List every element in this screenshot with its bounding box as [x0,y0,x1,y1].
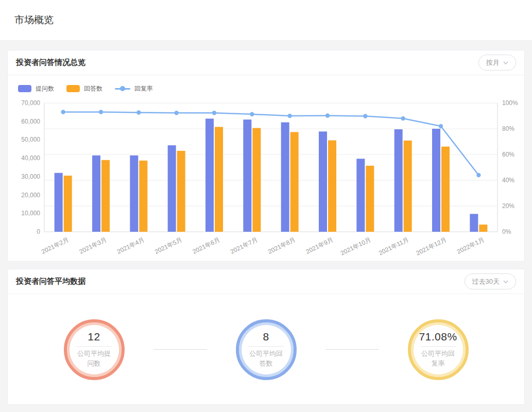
avg-questions-value: 12 [88,331,100,343]
avg-answers-label: 公司平均回答数 [249,349,284,369]
svg-text:50,000: 50,000 [21,136,40,143]
qa-overview-card-header: 投资者问答情况总览 按月 [8,50,524,75]
average-stats-row: 12 公司平均提问数 8 公司平均回答数 71.08% 公司平均回复率 [8,294,524,405]
avg-questions-circle: 12 公司平均提问数 [64,319,125,380]
svg-text:2021年6月: 2021年6月 [192,236,221,255]
qa-overview-card: 投资者问答情况总览 按月 提问数 回答数 回复率 010,00020,00030… [7,50,525,262]
svg-text:2021年11月: 2021年11月 [377,236,410,256]
qa-average-card-title: 投资者问答平均数据 [16,277,85,286]
legend-label: 提问数 [36,84,54,93]
svg-text:2021年9月: 2021年9月 [305,236,335,255]
connector-line [325,349,379,350]
svg-text:2021年5月: 2021年5月 [153,236,183,255]
page-title: 市场概览 [14,13,532,27]
legend-label: 回答数 [84,84,102,93]
svg-text:80%: 80% [502,125,514,132]
svg-text:2021年12月: 2021年12月 [415,236,448,257]
range-dropdown[interactable]: 过去30天 [465,273,516,289]
svg-text:2021年4月: 2021年4月 [116,236,146,255]
period-dropdown-value: 按月 [486,58,500,67]
avg-reply-rate-label: 公司平均回复率 [421,349,456,369]
reply-rate-line-icon [115,85,130,92]
avg-answers-circle: 8 公司平均回答数 [236,319,297,380]
svg-text:2021年8月: 2021年8月 [267,236,297,255]
avg-reply-rate-value: 71.08% [419,331,457,343]
svg-text:2022年1月: 2022年1月 [456,236,486,255]
svg-text:2021年3月: 2021年3月 [78,236,108,255]
svg-text:0: 0 [37,228,40,235]
divider [420,346,456,347]
divider [76,346,112,347]
divider [248,346,284,347]
questions-swatch-icon [18,85,31,92]
avg-answers-stat: 8 公司平均回答数 [236,319,297,380]
legend-item-questions[interactable]: 提问数 [18,84,54,93]
chevron-down-icon [503,60,508,65]
svg-text:30,000: 30,000 [21,173,40,180]
avg-answers-value: 8 [263,331,269,343]
svg-text:20%: 20% [502,202,514,210]
avg-reply-rate-stat: 71.08% 公司平均回复率 [408,319,469,380]
svg-text:40%: 40% [502,177,514,184]
avg-questions-label: 公司平均提问数 [77,349,112,369]
svg-text:0%: 0% [502,228,511,235]
qa-chart-svg: 010,00020,00030,00040,00050,00060,00070,… [8,94,524,259]
svg-text:2021年2月: 2021年2月 [40,236,70,255]
svg-text:2021年7月: 2021年7月 [229,236,259,255]
connector-line [153,349,207,350]
svg-text:20,000: 20,000 [21,192,40,199]
period-dropdown[interactable]: 按月 [478,55,516,71]
svg-text:2021年10月: 2021年10月 [339,236,372,257]
qa-average-card: 投资者问答平均数据 过去30天 12 公司平均提问数 8 公司平均回答数 [7,269,525,405]
svg-text:60%: 60% [502,151,514,158]
svg-text:60,000: 60,000 [21,118,40,125]
legend-label: 回复率 [134,84,153,93]
qa-average-card-header: 投资者问答平均数据 过去30天 [8,269,524,294]
qa-overview-card-title: 投资者问答情况总览 [16,58,85,67]
svg-text:70,000: 70,000 [21,99,40,107]
qa-chart: 010,00020,00030,00040,00050,00060,00070,… [8,94,524,259]
legend-item-answers[interactable]: 回答数 [66,84,102,93]
chevron-down-icon [503,279,508,284]
avg-questions-stat: 12 公司平均提问数 [64,319,125,380]
svg-text:10,000: 10,000 [21,210,40,217]
range-dropdown-value: 过去30天 [472,277,500,286]
page-header: 市场概览 [0,0,532,41]
svg-text:40,000: 40,000 [21,154,40,162]
legend-item-reply-rate[interactable]: 回复率 [115,84,153,93]
answers-swatch-icon [66,85,80,92]
avg-reply-rate-circle: 71.08% 公司平均回复率 [408,319,469,380]
svg-text:100%: 100% [502,99,518,107]
chart-legend: 提问数 回答数 回复率 [18,83,516,94]
